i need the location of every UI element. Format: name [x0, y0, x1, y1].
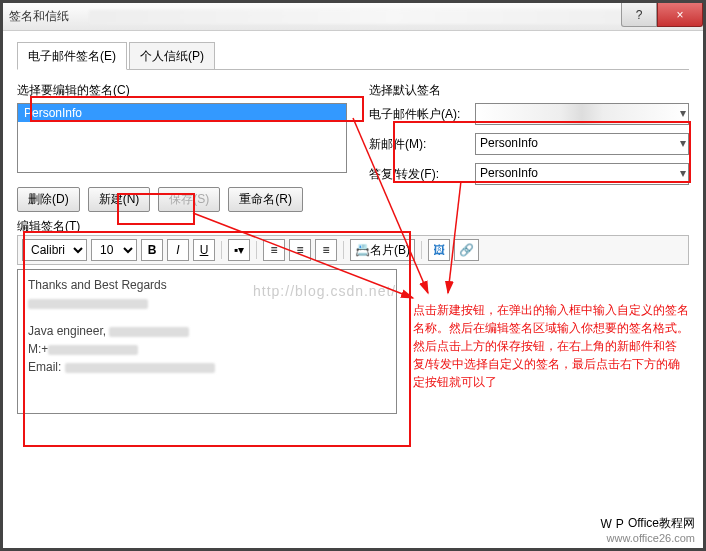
separator — [421, 241, 422, 259]
align-left-button[interactable]: ≡ — [263, 239, 285, 261]
default-signature-label: 选择默认签名 — [369, 82, 689, 99]
footer-url: www.office26.com — [601, 532, 695, 544]
new-button[interactable]: 新建(N) — [88, 187, 151, 212]
color-button[interactable]: ▪▾ — [228, 239, 250, 261]
close-button[interactable]: × — [657, 3, 703, 27]
bold-button[interactable]: B — [141, 239, 163, 261]
save-button[interactable]: 保存(S) — [158, 187, 220, 212]
tab-personal-stationery[interactable]: 个人信纸(P) — [129, 42, 215, 70]
tab-email-signature[interactable]: 电子邮件签名(E) — [17, 42, 127, 70]
reply-forward-dropdown[interactable]: PersonInfo — [475, 163, 689, 185]
signature-listbox[interactable]: PersonInfo — [17, 103, 347, 173]
align-center-button[interactable]: ≡ — [289, 239, 311, 261]
separator — [221, 241, 222, 259]
annotation-text: 点击新建按钮，在弹出的输入框中输入自定义的签名名称。然后在编辑签名区域输入你想要… — [413, 301, 691, 391]
align-right-button[interactable]: ≡ — [315, 239, 337, 261]
editor-line: M:+ — [28, 342, 48, 356]
window-title: 签名和信纸 — [9, 8, 69, 25]
delete-button[interactable]: 删除(D) — [17, 187, 80, 212]
signature-editor[interactable]: Thanks and Best Regards Java engineer, M… — [17, 269, 397, 414]
title-bar: 签名和信纸 ? × — [3, 3, 703, 31]
link-button[interactable]: 🔗 — [454, 239, 479, 261]
help-button[interactable]: ? — [621, 3, 657, 27]
edit-signature-label: 编辑签名(T) — [17, 218, 689, 235]
account-label: 电子邮件帐户(A): — [369, 106, 469, 123]
size-select[interactable]: 10 — [91, 239, 137, 261]
account-dropdown[interactable] — [475, 103, 689, 125]
logo-ppt-icon: P — [616, 517, 624, 531]
editor-toolbar: Calibri 10 B I U ▪▾ ≡ ≡ ≡ 📇 名片(B) 🖼 🔗 — [17, 235, 689, 265]
signature-list-item[interactable]: PersonInfo — [18, 104, 346, 122]
business-card-button[interactable]: 📇 名片(B) — [350, 239, 415, 261]
rename-button[interactable]: 重命名(R) — [228, 187, 303, 212]
brand-text: Office教程网 — [628, 515, 695, 532]
new-mail-label: 新邮件(M): — [369, 136, 469, 153]
logo-word-icon: W — [601, 517, 612, 531]
reply-forward-label: 答复/转发(F): — [369, 166, 469, 183]
underline-button[interactable]: U — [193, 239, 215, 261]
new-mail-dropdown[interactable]: PersonInfo — [475, 133, 689, 155]
footer: W P Office教程网 www.office26.com — [601, 515, 695, 544]
title-blur — [89, 10, 697, 24]
select-signature-label: 选择要编辑的签名(C) — [17, 82, 349, 99]
editor-line: Java engineer, — [28, 324, 106, 338]
tab-strip: 电子邮件签名(E) 个人信纸(P) — [17, 41, 689, 70]
font-select[interactable]: Calibri — [22, 239, 87, 261]
picture-button[interactable]: 🖼 — [428, 239, 450, 261]
separator — [256, 241, 257, 259]
editor-line: Email: — [28, 360, 61, 374]
editor-line: Thanks and Best Regards — [28, 278, 386, 292]
italic-button[interactable]: I — [167, 239, 189, 261]
separator — [343, 241, 344, 259]
